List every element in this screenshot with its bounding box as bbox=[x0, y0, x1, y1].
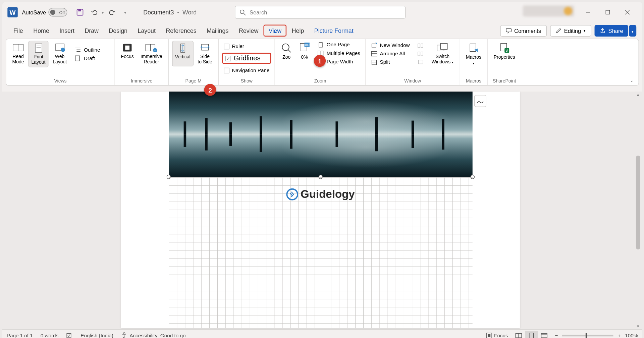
outline-button[interactable]: Outline bbox=[73, 46, 102, 54]
one-page-button[interactable]: One Page bbox=[316, 41, 362, 49]
vertical-button[interactable]: Vertical bbox=[172, 41, 194, 67]
chevron-down-icon: ▾ bbox=[452, 61, 453, 64]
undo-button[interactable] bbox=[89, 6, 101, 18]
qat-customize-icon[interactable]: ▾ bbox=[124, 10, 126, 15]
scroll-up-icon[interactable]: ▲ bbox=[635, 92, 641, 98]
hundred-percent-button[interactable]: 100 0% bbox=[297, 41, 313, 66]
zoom-slider[interactable] bbox=[562, 335, 613, 336]
vertical-scrollbar[interactable]: ▲ ▼ bbox=[635, 92, 641, 329]
layout-options-button[interactable] bbox=[474, 95, 486, 107]
accessibility-indicator[interactable]: Accessibility: Good to go bbox=[121, 332, 186, 338]
ruler-checkbox[interactable]: Ruler bbox=[222, 43, 271, 50]
svg-point-15 bbox=[61, 48, 65, 52]
redo-button[interactable] bbox=[106, 6, 118, 18]
share-icon bbox=[600, 27, 606, 34]
tab-home[interactable]: Home bbox=[28, 24, 54, 38]
tab-mailings[interactable]: Mailings bbox=[202, 24, 234, 38]
zoom-in-button[interactable]: + bbox=[618, 332, 621, 338]
tab-insert[interactable]: Insert bbox=[54, 24, 79, 38]
tab-draw[interactable]: Draw bbox=[79, 24, 104, 38]
focus-mode-button[interactable]: Focus bbox=[486, 332, 508, 338]
read-mode-view-button[interactable] bbox=[512, 331, 525, 338]
print-layout-view-button[interactable] bbox=[525, 331, 538, 338]
immersive-group-label: Immersive bbox=[118, 78, 165, 84]
watermark: Guidelogy bbox=[286, 187, 355, 201]
split-button[interactable]: Split bbox=[369, 58, 412, 66]
svg-rect-19 bbox=[75, 56, 80, 61]
window-group-label: Window bbox=[369, 78, 456, 84]
document-grid-area[interactable]: Guidelogy bbox=[168, 177, 472, 329]
views-group-label: Views bbox=[10, 78, 111, 84]
sync-scrolling-button[interactable] bbox=[416, 50, 425, 57]
save-button[interactable] bbox=[74, 6, 86, 18]
title-bar: W AutoSave Off ▾ ▾ Document3 - Word bbox=[2, 2, 642, 22]
web-layout-view-button[interactable] bbox=[538, 331, 551, 338]
editing-mode-button[interactable]: Editing ▾ bbox=[550, 25, 591, 36]
comment-icon bbox=[506, 27, 512, 34]
side-to-side-button[interactable]: Sideto Side bbox=[195, 41, 215, 67]
search-input[interactable] bbox=[250, 9, 401, 15]
immersive-reader-button[interactable]: ImmersiveReader bbox=[138, 41, 165, 67]
svg-rect-32 bbox=[319, 42, 322, 47]
autosave-label: AutoSave bbox=[22, 9, 46, 15]
svg-line-28 bbox=[288, 50, 291, 52]
web-layout-button[interactable]: WebLayout bbox=[50, 41, 69, 67]
view-side-by-side-button[interactable] bbox=[416, 42, 425, 49]
zoom-out-button[interactable]: − bbox=[555, 332, 558, 338]
undo-dropdown-icon[interactable]: ▾ bbox=[102, 10, 104, 15]
maximize-button[interactable] bbox=[598, 5, 618, 19]
gridlines-checkbox[interactable]: Gridlines bbox=[222, 53, 271, 64]
document-canvas[interactable]: Guidelogy ▲ ▼ bbox=[2, 92, 642, 329]
word-count[interactable]: 0 words bbox=[41, 332, 58, 338]
language-indicator[interactable]: English (India) bbox=[80, 332, 113, 338]
autosave-control[interactable]: AutoSave Off bbox=[22, 8, 67, 16]
search-box[interactable] bbox=[235, 6, 406, 18]
word-app-icon: W bbox=[7, 7, 18, 17]
svg-point-2 bbox=[240, 10, 244, 13]
svg-rect-37 bbox=[371, 51, 377, 53]
read-mode-button[interactable]: ReadMode bbox=[10, 41, 27, 67]
tab-review[interactable]: Review bbox=[234, 24, 264, 38]
draft-button[interactable]: Draft bbox=[73, 55, 102, 62]
tab-view[interactable]: View bbox=[264, 24, 287, 37]
zoom-button[interactable]: Zoo bbox=[278, 41, 294, 66]
account-area[interactable] bbox=[523, 5, 574, 16]
macros-button[interactable]: Macros▾ bbox=[463, 41, 484, 67]
share-button[interactable]: Share bbox=[595, 25, 628, 36]
properties-button[interactable]: S Properties bbox=[491, 41, 518, 62]
reset-window-button[interactable] bbox=[416, 58, 425, 66]
show-group-label: Show bbox=[222, 78, 271, 84]
tab-references[interactable]: References bbox=[161, 24, 202, 38]
svg-rect-1 bbox=[78, 9, 81, 11]
tab-file[interactable]: File bbox=[8, 24, 28, 38]
zoom-percent[interactable]: 100% bbox=[625, 332, 638, 338]
new-window-button[interactable]: New Window bbox=[369, 41, 412, 49]
switch-windows-button[interactable]: SwitchWindows ▾ bbox=[429, 41, 456, 67]
focus-button[interactable]: Focus bbox=[118, 41, 136, 67]
document-title: Document3 - Word bbox=[143, 9, 197, 15]
spellcheck-icon[interactable] bbox=[66, 332, 73, 338]
watermark-icon bbox=[286, 188, 298, 200]
arrange-all-button[interactable]: Arrange All bbox=[369, 50, 412, 58]
print-layout-button[interactable]: PrintLayout bbox=[29, 41, 49, 67]
ribbon-collapse-button[interactable]: ⌄ bbox=[628, 77, 635, 83]
svg-rect-44 bbox=[421, 52, 423, 55]
page-indicator[interactable]: Page 1 of 1 bbox=[7, 332, 33, 338]
navigation-pane-checkbox[interactable]: Navigation Pane bbox=[222, 66, 271, 74]
minimize-button[interactable] bbox=[578, 5, 598, 19]
tab-layout[interactable]: Layout bbox=[132, 24, 161, 38]
comments-button[interactable]: Comments bbox=[500, 25, 546, 36]
share-dropdown[interactable]: ▾ bbox=[629, 25, 637, 36]
tab-help[interactable]: Help bbox=[286, 24, 309, 38]
close-button[interactable] bbox=[618, 5, 637, 19]
tab-picture-format[interactable]: Picture Format bbox=[309, 24, 359, 38]
svg-rect-47 bbox=[440, 43, 447, 49]
autosave-state: Off bbox=[59, 10, 65, 15]
svg-point-27 bbox=[282, 44, 289, 51]
autosave-toggle[interactable]: Off bbox=[49, 8, 67, 16]
scroll-down-icon[interactable]: ▼ bbox=[635, 323, 641, 329]
tab-design[interactable]: Design bbox=[104, 24, 132, 38]
scroll-thumb[interactable] bbox=[636, 156, 640, 249]
svg-rect-41 bbox=[418, 44, 420, 47]
inserted-picture[interactable] bbox=[168, 92, 472, 177]
